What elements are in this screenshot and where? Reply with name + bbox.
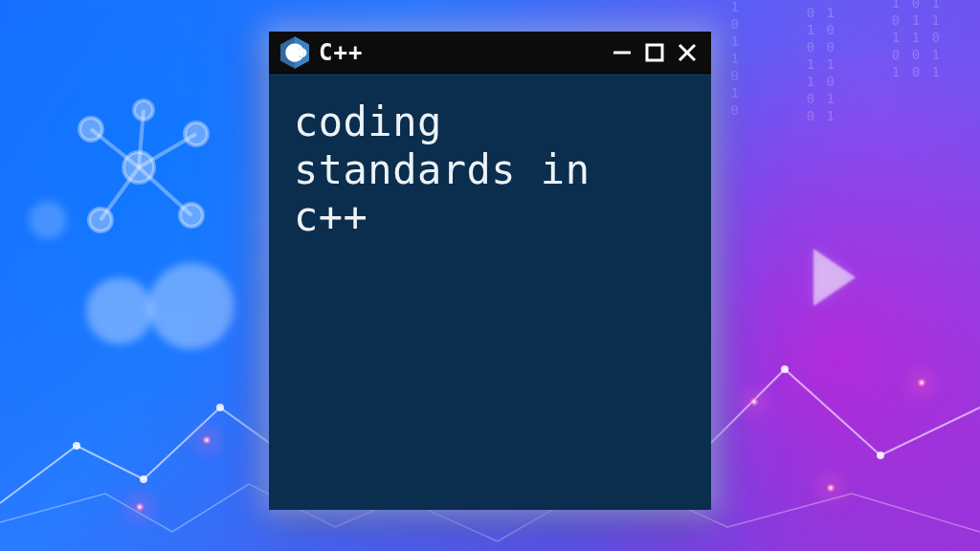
svg-point-5 xyxy=(123,152,154,183)
terminal-body[interactable]: coding standards in c++ xyxy=(269,74,711,510)
close-icon xyxy=(673,38,702,67)
close-button[interactable] xyxy=(673,38,702,67)
minimize-icon xyxy=(608,38,636,67)
bokeh-circle xyxy=(29,201,67,239)
window-title: C++ xyxy=(319,39,363,66)
bokeh-circle xyxy=(86,277,153,344)
svg-point-6 xyxy=(79,118,102,141)
titlebar[interactable]: C++ xyxy=(269,32,711,74)
bokeh-circle xyxy=(148,263,234,349)
svg-point-10 xyxy=(134,100,153,120)
binary-rain: 0 1 1 0 0 0 1 1 1 0 0 1 0 1 xyxy=(807,4,836,124)
minimize-button[interactable] xyxy=(608,38,636,67)
lens-flare xyxy=(748,396,760,408)
cpp-hexagon-icon xyxy=(280,36,309,69)
binary-rain: 1 0 1 1 0 1 0 xyxy=(731,0,741,119)
terminal-window: C++ coding standards in c++ xyxy=(269,32,711,510)
terminal-text: coding standards in c++ xyxy=(294,99,686,241)
svg-point-8 xyxy=(89,209,112,231)
lens-flare xyxy=(201,434,212,446)
svg-rect-28 xyxy=(647,45,662,60)
lens-flare xyxy=(916,377,927,388)
maximize-icon xyxy=(640,38,669,67)
svg-line-1 xyxy=(139,134,196,167)
lens-flare xyxy=(134,501,145,513)
svg-point-11 xyxy=(73,442,80,450)
svg-line-0 xyxy=(91,129,139,167)
svg-point-12 xyxy=(140,475,147,483)
svg-line-4 xyxy=(139,110,144,167)
svg-point-19 xyxy=(781,365,789,373)
svg-point-7 xyxy=(185,122,208,145)
svg-point-20 xyxy=(877,452,884,459)
svg-rect-26 xyxy=(304,49,305,53)
svg-rect-24 xyxy=(300,49,301,53)
binary-rain: 1 0 1 0 1 1 1 1 0 0 0 1 1 0 1 xyxy=(892,0,942,80)
window-controls xyxy=(608,38,702,67)
svg-line-3 xyxy=(139,167,191,215)
play-icon xyxy=(813,249,856,306)
svg-point-9 xyxy=(180,204,203,227)
lens-flare xyxy=(825,482,836,494)
maximize-button[interactable] xyxy=(640,38,669,67)
svg-line-2 xyxy=(100,167,139,220)
molecule-graphic xyxy=(53,91,225,253)
svg-point-13 xyxy=(216,404,224,411)
